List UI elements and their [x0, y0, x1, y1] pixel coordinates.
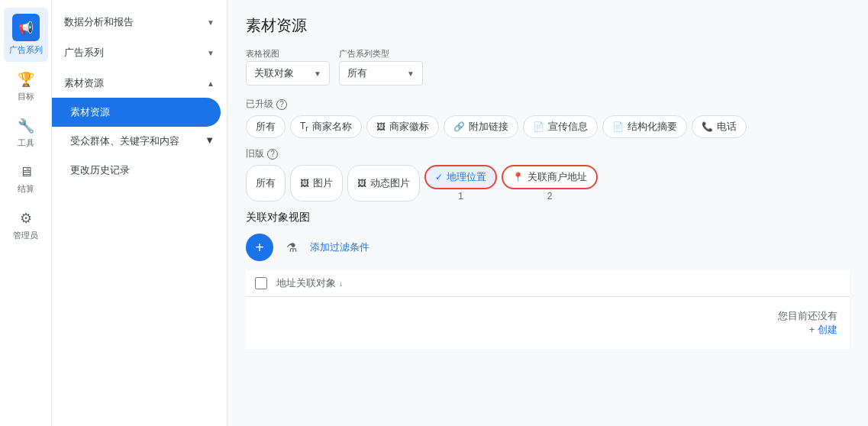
upgraded-tags-row: 所有 Tr 商家名称 🖼 商家徽标 🔗 附加链接 📄 宣传信息 📄 结构化摘要 [246, 115, 850, 138]
ad-type-select[interactable]: 所有 ▼ [339, 61, 423, 86]
col-address: 地址关联对象 ↓ [276, 276, 343, 290]
nav-item-audience[interactable]: 受众群体、关键字和内容 ▼ [52, 127, 227, 156]
location-pin-icon: 📍 [512, 172, 524, 182]
doc-icon-2: 📄 [612, 121, 624, 132]
tag-promo-info[interactable]: 📄 宣传信息 [523, 115, 598, 138]
nav-item-material-resources[interactable]: 素材资源 [52, 98, 221, 127]
old-section: 旧版 ? 所有 🖼 图片 🖼 动态图片 ✓ 地理位置 1 [246, 147, 850, 202]
nav-group-label-data-analysis: 数据分析和报告 [64, 15, 134, 29]
sort-down-icon: ↓ [339, 279, 343, 288]
image-icon: 🖼 [376, 121, 386, 132]
target-label: 目标 [18, 91, 34, 102]
upgraded-help-icon[interactable]: ? [276, 99, 287, 110]
old-label: 旧版 ? [246, 147, 850, 160]
sidebar-item-billing[interactable]: 🖥 结算 [4, 158, 48, 201]
tag-associated-merchant[interactable]: 📍 关联商户地址 [502, 165, 598, 189]
tag-geo-location-label: 地理位置 [447, 170, 486, 184]
ad-series-icon: 📢 [12, 14, 40, 41]
admin-label: 管理员 [13, 230, 38, 241]
add-filter-text[interactable]: 添加过滤条件 [310, 240, 369, 254]
tag-phone-label: 电话 [717, 120, 737, 134]
tag-associated-merchant-label: 关联商户地址 [528, 170, 587, 184]
tag-merchant-logo-label: 商家徽标 [389, 120, 429, 134]
phone-icon: 📞 [702, 121, 713, 132]
chevron-down-icon: ▼ [207, 18, 215, 27]
tag-merchant-logo[interactable]: 🖼 商家徽标 [366, 115, 439, 138]
select-all-checkbox[interactable] [255, 277, 267, 289]
tag-structured-summary-label: 结构化摘要 [628, 120, 677, 134]
page-title: 素材资源 [246, 15, 850, 36]
dropdown-arrow-icon: ▼ [314, 69, 321, 78]
data-table: 地址关联对象 ↓ 您目前还没有 + 创建 [246, 270, 850, 349]
tag-all-old-label: 所有 [256, 176, 276, 190]
filter-bar: 表格视图 关联对象 ▼ 广告系列类型 所有 ▼ [246, 48, 850, 86]
tag-all-upgraded[interactable]: 所有 [246, 115, 286, 138]
nav-item-change-history[interactable]: 更改历史记录 [52, 156, 227, 185]
ad-series-label: 广告系列 [9, 44, 43, 56]
table-view-select[interactable]: 关联对象 ▼ [246, 61, 330, 86]
nav-group-header-ad-series[interactable]: 广告系列 ▼ [52, 38, 227, 67]
table-view-value: 关联对象 [254, 66, 294, 80]
nav-group-material: 素材资源 ▲ 素材资源 受众群体、关键字和内容 ▼ 更改历史记录 [52, 69, 227, 185]
chevron-up-icon: ▲ [207, 79, 215, 88]
chevron-down-icon-2: ▼ [207, 49, 215, 57]
tag-geo-location[interactable]: ✓ 地理位置 [424, 165, 497, 189]
nav-group-header-material[interactable]: 素材资源 ▲ [52, 69, 227, 98]
nav-group-data-analysis: 数据分析和报告 ▼ [52, 8, 227, 37]
billing-label: 结算 [18, 183, 34, 195]
tag-additional-links-label: 附加链接 [469, 120, 508, 134]
sidebar-item-tools[interactable]: 🔧 工具 [4, 111, 48, 155]
billing-icon: 🖥 [19, 164, 33, 180]
tag-dynamic-image-label: 动态图片 [370, 176, 410, 190]
text-icon: Tr [300, 121, 308, 133]
tools-icon: 🔧 [18, 118, 34, 134]
associated-merchant-number: 2 [547, 191, 553, 202]
table-view-filter: 表格视图 关联对象 ▼ [246, 48, 330, 86]
tag-additional-links[interactable]: 🔗 附加链接 [444, 115, 518, 138]
upgraded-section: 已升级 ? 所有 Tr 商家名称 🖼 商家徽标 🔗 附加链接 📄 宣传信息 [246, 98, 850, 138]
old-help-icon[interactable]: ? [267, 149, 278, 160]
sidebar-item-ad-series[interactable]: 📢 广告系列 [4, 8, 48, 62]
tools-label: 工具 [18, 137, 34, 149]
nav-group-ad-series: 广告系列 ▼ [52, 38, 227, 67]
nav-group-label-ad-series: 广告系列 [64, 46, 104, 60]
tag-structured-summary[interactable]: 📄 结构化摘要 [602, 115, 687, 138]
geo-location-number: 1 [458, 191, 463, 202]
create-link[interactable]: + 创建 [258, 323, 837, 337]
admin-icon: ⚙ [20, 210, 32, 227]
table-header: 地址关联对象 ↓ [246, 270, 850, 297]
link-icon: 🔗 [453, 121, 465, 132]
main-content: 素材资源 表格视图 关联对象 ▼ 广告系列类型 所有 ▼ 已升级 ? 所有 [227, 0, 868, 426]
filter-icon-button[interactable]: ⚗ [279, 235, 304, 260]
tag-phone[interactable]: 📞 电话 [692, 115, 747, 138]
old-tags-row: 所有 🖼 图片 🖼 动态图片 ✓ 地理位置 1 📍 [246, 165, 850, 202]
tag-promo-info-label: 宣传信息 [548, 120, 588, 134]
table-view-label: 表格视图 [246, 48, 330, 60]
add-button[interactable]: + [246, 234, 273, 261]
empty-state-text: 您目前还没有 [258, 309, 837, 323]
nav-group-label-material: 素材资源 [64, 76, 104, 90]
image-icon-2: 🖼 [300, 178, 309, 189]
tag-merchant-name-label: 商家名称 [312, 120, 352, 134]
ad-type-label: 广告系列类型 [339, 48, 423, 60]
nav-group-header-data-analysis[interactable]: 数据分析和报告 ▼ [52, 8, 227, 37]
chevron-down-icon-audience: ▼ [205, 134, 215, 146]
target-icon: 🏆 [18, 71, 34, 88]
tag-image-label: 图片 [313, 176, 333, 190]
tag-all-upgraded-label: 所有 [256, 120, 276, 134]
sidebar-item-admin[interactable]: ⚙ 管理员 [4, 204, 48, 247]
tag-merchant-name[interactable]: Tr 商家名称 [290, 115, 362, 138]
toolbar: + ⚗ 添加过滤条件 [246, 234, 850, 261]
associated-view-title: 关联对象视图 [246, 211, 850, 224]
ad-type-filter: 广告系列类型 所有 ▼ [339, 48, 423, 86]
tag-image[interactable]: 🖼 图片 [290, 165, 343, 202]
upgraded-label: 已升级 ? [246, 98, 850, 111]
sidebar-item-target[interactable]: 🏆 目标 [4, 65, 48, 108]
empty-state: 您目前还没有 + 创建 [246, 297, 850, 349]
ad-type-value: 所有 [347, 66, 367, 80]
dynamic-image-icon: 🖼 [357, 178, 366, 189]
dropdown-arrow-icon-2: ▼ [407, 69, 415, 78]
tag-all-old[interactable]: 所有 [246, 165, 286, 202]
tag-dynamic-image[interactable]: 🖼 动态图片 [347, 165, 420, 202]
table-body: 您目前还没有 + 创建 [246, 297, 850, 349]
